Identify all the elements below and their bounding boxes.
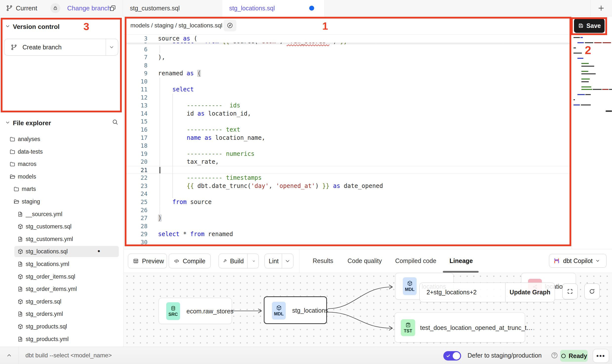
- tab-code-quality[interactable]: Code quality: [347, 249, 382, 273]
- lineage-node-source[interactable]: SRC ecom.raw_stores: [159, 298, 232, 324]
- preview-button[interactable]: Preview: [128, 254, 167, 268]
- code-line-19[interactable]: 19---------- numerics: [125, 150, 571, 158]
- code-line-25[interactable]: 25from source: [125, 198, 571, 206]
- model-icon: [17, 324, 23, 330]
- code-line-29[interactable]: 29select * from renamed: [125, 230, 571, 238]
- preview-label: Preview: [142, 258, 164, 265]
- code-line-9[interactable]: 9renamed as (: [125, 69, 571, 78]
- fullscreen-icon: [567, 288, 573, 295]
- tree-item-label: stg_customers.sql: [26, 220, 71, 233]
- copy-icon[interactable]: [109, 4, 116, 12]
- divider: [106, 39, 106, 55]
- create-branch-button[interactable]: Create branch: [4, 39, 118, 56]
- code-line-24[interactable]: 24: [125, 190, 571, 198]
- tree-item-analyses[interactable]: analyses: [0, 133, 123, 145]
- tree-item-staging[interactable]: staging: [0, 195, 123, 208]
- code-line-18[interactable]: 18: [125, 142, 571, 150]
- tree-item--sources-yml[interactable]: __sources.yml: [0, 208, 123, 221]
- tree-item-stg-order-items-yml[interactable]: stg_order_items.yml: [0, 283, 123, 295]
- update-graph-button[interactable]: Update Graph: [506, 283, 554, 302]
- annotation-label-1: 1: [322, 20, 328, 32]
- minimap-line: [573, 53, 582, 54]
- tree-item-models[interactable]: models: [0, 170, 123, 183]
- code-line-26[interactable]: 26: [125, 206, 571, 214]
- code-line-10[interactable]: 10: [125, 78, 571, 86]
- code-text: name as location_name,: [187, 134, 265, 141]
- explore-lineage-button[interactable]: [224, 20, 236, 31]
- lineage-node-test[interactable]: TST test_does_location_opened_at_trunc_t…: [395, 312, 525, 343]
- code-line-17[interactable]: 17name as location_name,: [125, 134, 571, 142]
- fullscreen-button[interactable]: [562, 283, 578, 299]
- lint-button[interactable]: Lint: [265, 254, 293, 268]
- tree-item-stg-products-yml[interactable]: stg_products.yml: [0, 333, 123, 345]
- code-text: select * from renamed: [158, 231, 233, 238]
- refresh-button[interactable]: [584, 283, 600, 299]
- minimap-line: [581, 104, 591, 105]
- defer-toggle-on[interactable]: [443, 351, 461, 361]
- tree-item-stg-locations-sql[interactable]: stg_locations.sql•: [0, 245, 123, 258]
- tree-item-stg-locations-yml[interactable]: stg_locations.yml: [0, 258, 123, 270]
- code-line-11[interactable]: 11select: [125, 85, 571, 94]
- code-line-8[interactable]: 8: [125, 61, 571, 70]
- tree-item-stg-orders-sql[interactable]: stg_orders.sql: [0, 295, 123, 308]
- build-button[interactable]: Build: [219, 254, 259, 268]
- chevron-down-icon[interactable]: [285, 258, 291, 264]
- code-line-22[interactable]: 22---------- timestamps: [125, 174, 571, 182]
- tree-item-stg-order-items-sql[interactable]: stg_order_items.sql: [0, 270, 123, 283]
- more-options-button[interactable]: •••: [593, 349, 609, 363]
- code-line-23[interactable]: 23{{ dbt.date_trunc('day', 'opened_at') …: [125, 182, 571, 190]
- code-line-6[interactable]: 6: [125, 45, 571, 54]
- new-tab-button[interactable]: [597, 4, 605, 12]
- code-line-20[interactable]: 20tax_rate,: [125, 158, 571, 166]
- help-icon[interactable]: [551, 352, 558, 359]
- code-line-28[interactable]: 28: [125, 222, 571, 230]
- chevron-down-icon[interactable]: [252, 258, 256, 264]
- chevron-down-icon[interactable]: [109, 44, 114, 50]
- code-line-16[interactable]: 16---------- text: [125, 126, 571, 134]
- minimap-line: [581, 79, 590, 80]
- indent-guide: [160, 78, 160, 86]
- code-line-30[interactable]: 30: [125, 238, 571, 246]
- tree-item-stg-products-sql[interactable]: stg_products.sql: [0, 320, 123, 333]
- tab-label: stg_locations.sql: [229, 0, 275, 16]
- code-text: from source: [172, 199, 212, 205]
- minimap-line: [580, 37, 583, 38]
- chevron-down-icon[interactable]: [5, 120, 10, 125]
- search-icon[interactable]: [112, 119, 119, 125]
- change-branch-link[interactable]: Change branch: [67, 0, 111, 16]
- command-input-placeholder[interactable]: dbt build --select <model_name>: [25, 347, 112, 364]
- lineage-node-stg-locations[interactable]: MDL stg_locations: [264, 296, 327, 324]
- code-line-21[interactable]: 21: [125, 166, 571, 174]
- tab-stg-customers[interactable]: stg_customers.sql: [123, 0, 223, 16]
- active-tab-underline: [443, 271, 479, 273]
- tree-item-macros[interactable]: macros: [0, 158, 123, 170]
- code-line-27[interactable]: 27): [125, 214, 571, 222]
- dbt-copilot-button[interactable]: dbt Copilot: [549, 254, 607, 268]
- save-button[interactable]: Save: [574, 19, 605, 33]
- code-line-13[interactable]: 13---------- ids: [125, 101, 571, 110]
- tree-item-data-tests[interactable]: data-tests: [0, 145, 123, 158]
- chevron-down-icon[interactable]: [5, 23, 10, 29]
- panel-resize-handle[interactable]: [606, 110, 612, 112]
- tree-item-stg-orders-yml[interactable]: stg_orders.yml: [0, 308, 123, 320]
- tab-results[interactable]: Results: [313, 249, 333, 273]
- code-line-15[interactable]: 15: [125, 118, 571, 126]
- code-line-7[interactable]: 7),: [125, 53, 571, 61]
- tree-item-marts[interactable]: marts: [0, 183, 123, 195]
- tab-stg-locations-active[interactable]: stg_locations.sql: [222, 0, 325, 17]
- line-number: 25: [125, 199, 147, 205]
- minimap-line: [573, 37, 580, 38]
- tab-compiled-code[interactable]: Compiled code: [395, 249, 436, 273]
- minimap-line: [593, 89, 602, 90]
- code-line-12[interactable]: 12: [125, 94, 571, 102]
- compile-button[interactable]: Compile: [169, 254, 211, 268]
- tree-item-stg-customers-sql[interactable]: stg_customers.sql: [0, 220, 123, 233]
- line-number: 15: [125, 118, 147, 125]
- code-line-14[interactable]: 14id as location_id,: [125, 110, 571, 118]
- top-bar: Current Change branch stg_customers.sql …: [0, 0, 612, 16]
- tab-lineage-active[interactable]: Lineage: [449, 249, 473, 273]
- tree-item-stg-customers-yml[interactable]: stg_customers.yml: [0, 233, 123, 245]
- lineage-selector-input[interactable]: 2+stg_locations+2: [427, 283, 477, 302]
- line-number: 21: [125, 167, 147, 173]
- chevron-up-icon[interactable]: [6, 352, 12, 359]
